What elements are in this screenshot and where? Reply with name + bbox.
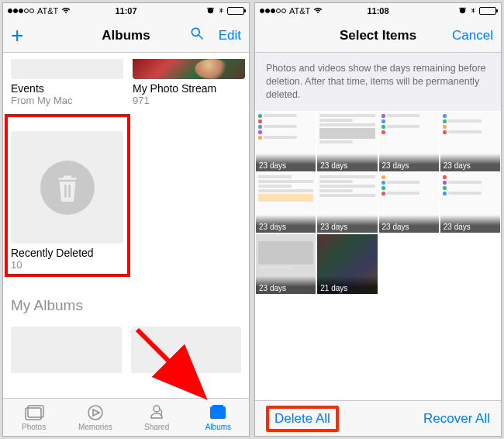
status-bar: AT&T 11:07 [3, 3, 249, 19]
photo-thumb[interactable]: 23 days [440, 111, 501, 172]
album-title: Events [11, 82, 123, 95]
photo-thumb[interactable]: 23 days [255, 111, 316, 172]
photo-thumb[interactable]: 23 days [378, 111, 440, 172]
delete-all-button[interactable]: Delete All [266, 406, 339, 432]
album-title: Recently Deleted [11, 247, 127, 259]
album-thumb [133, 59, 245, 79]
photo-thumb[interactable]: 23 days [440, 172, 501, 233]
search-button[interactable] [189, 26, 205, 45]
edit-button[interactable]: Edit [219, 28, 241, 43]
svg-line-1 [198, 36, 202, 40]
signal-strength-icon [8, 9, 34, 13]
album-card-recently-deleted[interactable]: Recently Deleted 10 [11, 131, 127, 271]
section-title-my-albums: My Albums [11, 297, 241, 314]
carrier-label: AT&T [289, 6, 310, 16]
album-card-empty[interactable] [131, 327, 242, 373]
wifi-icon [61, 5, 71, 16]
info-banner: Photos and videos show the days remainin… [255, 53, 501, 111]
photo-thumb[interactable]: 23 days [255, 233, 316, 295]
nav-bar: Select Items Cancel [255, 19, 501, 53]
tab-label: Photos [22, 423, 46, 431]
bluetooth-icon [470, 6, 476, 16]
photo-thumb[interactable]: 23 days [316, 111, 378, 172]
album-thumb [11, 59, 123, 79]
album-subtitle: 971 [133, 95, 245, 106]
battery-icon [479, 7, 496, 15]
album-card-empty[interactable] [11, 327, 122, 373]
svg-rect-6 [210, 406, 226, 419]
album-thumb [11, 131, 123, 244]
signal-strength-icon [260, 9, 286, 13]
days-badge: 23 days [440, 154, 500, 171]
days-badge: 23 days [256, 154, 316, 171]
cancel-button[interactable]: Cancel [452, 28, 493, 43]
days-badge: 23 days [317, 215, 377, 233]
battery-icon [227, 7, 244, 15]
albums-content: Events From My Mac My Photo Stream 971 R… [3, 53, 249, 398]
status-bar: AT&T 11:08 [255, 3, 501, 19]
days-badge: 21 days [317, 276, 377, 294]
add-album-button[interactable]: + [11, 25, 23, 47]
days-badge: 23 days [256, 276, 316, 294]
nav-bar: + Albums Edit [3, 19, 249, 53]
album-subtitle: From My Mac [11, 95, 123, 106]
days-badge: 23 days [379, 215, 439, 233]
svg-point-0 [192, 28, 199, 36]
photo-thumb[interactable]: 21 days [316, 233, 378, 295]
recover-all-button[interactable]: Recover All [423, 411, 490, 427]
tab-label: Shared [144, 423, 169, 431]
page-title: Select Items [340, 28, 416, 43]
photo-thumb[interactable]: 23 days [255, 172, 316, 233]
days-badge: 23 days [440, 215, 500, 233]
days-badge: 23 days [256, 215, 316, 233]
select-items-content: Photos and videos show the days remainin… [255, 53, 501, 400]
tab-albums[interactable]: Albums [188, 399, 249, 436]
alarm-icon [206, 6, 215, 16]
album-count: 10 [11, 259, 127, 271]
album-card-photo-stream[interactable]: My Photo Stream 971 [133, 59, 245, 106]
carrier-label: AT&T [37, 6, 58, 16]
days-badge: 23 days [379, 154, 439, 171]
tab-memories[interactable]: Memories [64, 399, 126, 436]
alarm-icon [458, 6, 467, 16]
trash-icon [40, 161, 95, 215]
page-title: Albums [102, 28, 150, 43]
tab-label: Memories [78, 423, 112, 431]
clock: 11:08 [367, 6, 388, 16]
album-title: My Photo Stream [133, 82, 245, 95]
tab-shared[interactable]: Shared [126, 399, 188, 436]
tab-bar: Photos Memories Shared Albums [3, 398, 249, 436]
delete-all-label: Delete All [274, 411, 330, 426]
days-badge: 23 days [317, 154, 377, 171]
clock: 11:07 [115, 6, 136, 16]
photo-thumb[interactable]: 23 days [378, 172, 440, 233]
tab-photos[interactable]: Photos [3, 399, 64, 436]
phone-right-select-items: AT&T 11:08 Select Items Cancel Photos an… [254, 2, 502, 437]
photo-grid: 23 days 23 days 23 days 23 days 23 days … [255, 111, 501, 296]
phone-left-albums: AT&T 11:07 + Albums Edit [2, 2, 250, 437]
tab-label: Albums [205, 423, 231, 431]
album-card-events[interactable]: Events From My Mac [11, 59, 123, 106]
svg-rect-7 [212, 405, 223, 407]
bluetooth-icon [218, 6, 224, 16]
wifi-icon [313, 5, 323, 16]
svg-marker-5 [93, 410, 99, 416]
photo-thumb[interactable]: 23 days [316, 172, 378, 233]
highlight-recently-deleted: Recently Deleted 10 [5, 114, 130, 277]
bottom-toolbar: Delete All Recover All [255, 400, 501, 436]
